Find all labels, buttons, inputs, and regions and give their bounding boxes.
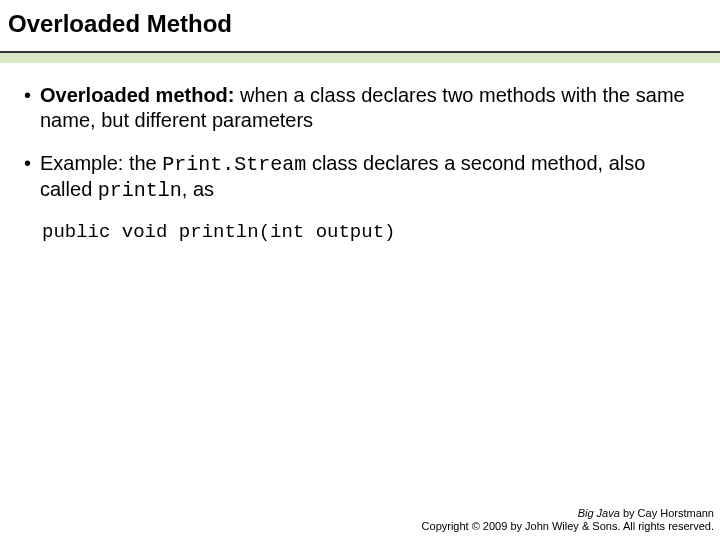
title-area: Overloaded Method: [0, 0, 720, 45]
inline-code: println: [98, 179, 182, 202]
content-area: • Overloaded method: when a class declar…: [0, 63, 720, 245]
inline-code: Print.Stream: [162, 153, 306, 176]
footer-line-1: Big Java by Cay Horstmann: [422, 507, 714, 521]
footer-copyright: Copyright © 2009 by John Wiley & Sons. A…: [422, 520, 714, 534]
footer-book-title: Big Java: [578, 507, 620, 519]
slide: Overloaded Method • Overloaded method: w…: [0, 0, 720, 540]
bullet-post: , as: [182, 178, 214, 200]
bullet-dot-icon: •: [24, 83, 40, 133]
bullet-item: • Example: the Print.Stream class declar…: [24, 151, 700, 203]
footer-byline: by Cay Horstmann: [620, 507, 714, 519]
bullet-pre: Example: the: [40, 152, 162, 174]
bullet-item: • Overloaded method: when a class declar…: [24, 83, 700, 133]
bullet-strong: Overloaded method:: [40, 84, 234, 106]
footer: Big Java by Cay Horstmann Copyright © 20…: [422, 507, 714, 535]
bullet-text: Example: the Print.Stream class declares…: [40, 151, 700, 203]
bullet-dot-icon: •: [24, 151, 40, 203]
title-rule-green: [0, 53, 720, 63]
bullet-text: Overloaded method: when a class declares…: [40, 83, 700, 133]
code-line: public void println(int output): [42, 221, 700, 245]
slide-title: Overloaded Method: [8, 10, 706, 39]
